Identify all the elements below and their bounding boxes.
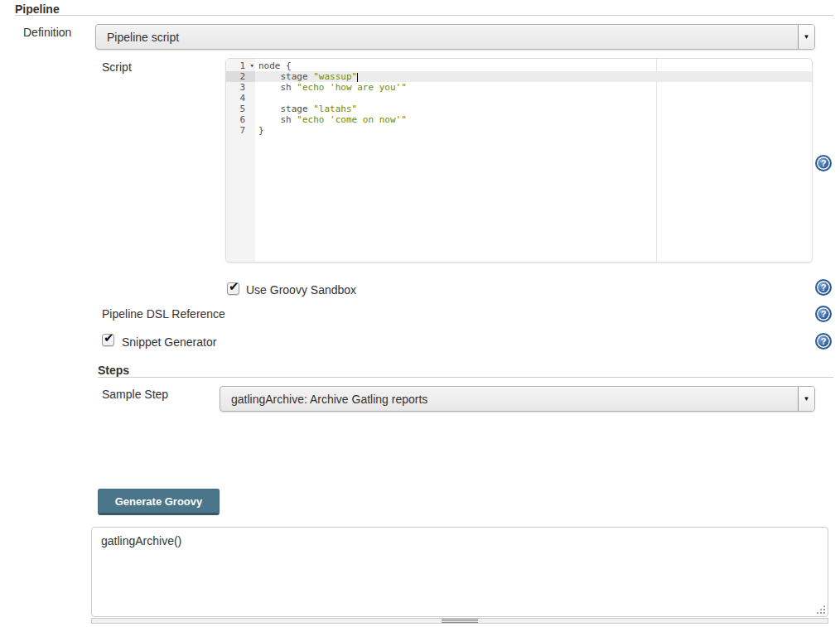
question-mark-icon: ? [821, 282, 827, 292]
gutter-line-number: 2 [226, 71, 255, 82]
sandbox-checkbox[interactable]: ✔ [227, 282, 239, 295]
groovy-output-value: gatlingArchive() [101, 534, 181, 547]
code-line: node { [255, 60, 812, 71]
help-icon-script[interactable]: ? [815, 155, 832, 171]
snippet-generator-label: Snippet Generator [122, 335, 216, 349]
groovy-output-textarea[interactable]: gatlingArchive() [91, 527, 828, 617]
sample-step-select[interactable]: gatlingArchive: Archive Gatling reports … [220, 386, 815, 412]
chevron-down-icon: ▼ [804, 34, 810, 41]
fold-arrow-icon[interactable]: ▾ [250, 60, 254, 71]
generate-groovy-button[interactable]: Generate Groovy [98, 489, 220, 515]
code-lines: node { stage "wassup" sh "echo 'how are … [255, 59, 812, 136]
definition-label: Definition [23, 26, 71, 39]
gutter-line-number: 7 [226, 125, 255, 136]
gutter-line-number: 1▾ [226, 60, 255, 71]
definition-select[interactable]: Pipeline script ▼ [95, 24, 815, 50]
sample-step-select-arrow[interactable]: ▼ [798, 387, 814, 411]
question-mark-icon: ? [821, 336, 827, 346]
steps-section-title: Steps [98, 364, 129, 377]
chevron-down-icon: ▼ [804, 396, 810, 403]
resize-grip-icon[interactable] [815, 604, 826, 615]
definition-select-value: Pipeline script [107, 25, 179, 49]
code-line: } [255, 125, 812, 136]
script-label: Script [102, 60, 132, 74]
code-line: stage "latahs" [255, 104, 812, 114]
editor-gutter: 1▾234567 [226, 59, 255, 262]
sample-step-label: Sample Step [102, 388, 168, 401]
pipeline-section-divider [15, 15, 833, 16]
question-mark-icon: ? [821, 309, 827, 319]
pipeline-config-page: Pipeline Definition Pipeline script ▼ Sc… [0, 0, 840, 627]
gutter-line-number: 6 [226, 114, 255, 125]
sandbox-label: Use Groovy Sandbox [246, 283, 356, 297]
gutter-line-number: 3 [226, 82, 255, 93]
code-line: sh "echo 'come on now'" [255, 114, 812, 125]
gutter-line-number: 4 [226, 93, 255, 104]
question-mark-icon: ? [821, 158, 827, 168]
pipeline-section-title: Pipeline [15, 2, 60, 16]
textarea-drag-handle[interactable] [91, 618, 828, 624]
help-icon-snippet-generator[interactable]: ? [815, 333, 832, 350]
steps-section-divider [98, 377, 833, 378]
code-line: sh "echo 'how are you'" [255, 82, 812, 93]
sample-step-select-value: gatlingArchive: Archive Gatling reports [231, 387, 427, 411]
definition-select-arrow[interactable]: ▼ [798, 25, 814, 49]
snippet-generator-checkbox[interactable]: ✔ [102, 334, 114, 346]
checkmark-icon: ✔ [104, 330, 114, 345]
code-line: stage "wassup" [255, 71, 812, 82]
text-cursor [357, 73, 358, 82]
help-icon-dsl-reference[interactable]: ? [815, 306, 832, 322]
dsl-reference-label: Pipeline DSL Reference [102, 307, 225, 321]
gutter-line-number: 5 [226, 104, 255, 114]
help-icon-sandbox[interactable]: ? [815, 279, 832, 296]
checkmark-icon: ✔ [229, 279, 239, 294]
code-line [255, 93, 812, 104]
script-code-editor[interactable]: 1▾234567 node { stage "wassup" sh "echo … [225, 58, 813, 263]
drag-grip-icon [442, 619, 478, 623]
